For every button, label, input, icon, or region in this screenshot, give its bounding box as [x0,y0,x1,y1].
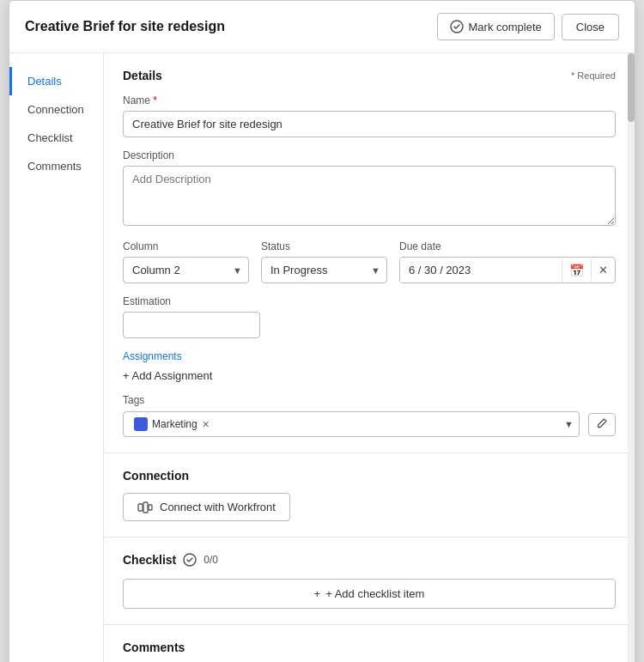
tag-label-marketing: Marketing [152,418,197,430]
checklist-section: Checklist 0/0 + + Add checklist item [104,537,635,625]
name-input[interactable] [123,111,616,137]
comments-title: Comments [123,641,616,654]
form-row-main: Column Column 1 Column 2 Column 3 ▼ Stat… [123,240,616,283]
column-select-wrapper: Column 1 Column 2 Column 3 ▼ [123,257,249,283]
assignments-group: Assignments + Add Assignment [123,350,616,382]
tag-color-marketing [134,417,148,431]
sidebar-item-connection[interactable]: Connection [9,95,103,124]
details-header: Details * Required [123,69,616,82]
required-note: * Required [571,70,616,81]
scrollbar-track[interactable] [628,53,635,662]
pencil-icon [596,417,608,429]
column-select[interactable]: Column 1 Column 2 Column 3 [123,257,249,283]
calendar-icon[interactable]: 📅 [562,259,591,282]
due-date-label: Due date [399,240,616,252]
modal-title: Creative Brief for site redesign [25,19,225,34]
assignments-label: Assignments [123,350,616,362]
name-group: Name * [123,94,616,137]
status-select[interactable]: To Do In Progress Done [261,257,387,283]
svg-rect-3 [149,505,152,510]
due-date-input[interactable] [400,258,562,282]
close-button[interactable]: Close [562,14,619,40]
description-textarea[interactable] [123,166,616,226]
column-label: Column [123,240,249,252]
checkmark-circle-icon [450,20,464,33]
column-group: Column Column 1 Column 2 Column 3 ▼ [123,240,249,283]
modal-container: Creative Brief for site redesign Mark co… [9,0,635,662]
tag-item-marketing: Marketing ✕ [129,416,215,433]
estimation-group: Estimation [123,295,616,338]
tag-remove-marketing[interactable]: ✕ [202,420,210,429]
scrollbar-thumb[interactable] [628,53,635,122]
sidebar-item-checklist[interactable]: Checklist [9,124,103,152]
status-label: Status [261,240,387,252]
checklist-check-icon [183,553,197,567]
modal-header: Creative Brief for site redesign Mark co… [9,1,635,53]
name-label: Name * [123,94,616,106]
plus-icon: + [314,587,321,600]
tags-label: Tags [123,394,616,406]
header-actions: Mark complete Close [437,13,620,40]
tags-section: Tags Marketing ✕ ▼ [123,394,616,437]
workfront-icon [137,501,153,513]
content-area: Details * Required Name * Description [104,53,635,662]
comments-section: Comments New comment [104,625,635,662]
estimation-label: Estimation [123,295,616,307]
connect-workfront-button[interactable]: Connect with Workfront [123,493,290,521]
tags-edit-button[interactable] [588,413,616,436]
svg-rect-2 [143,502,148,513]
description-label: Description [123,149,616,161]
description-group: Description [123,149,616,228]
sidebar-item-details[interactable]: Details [9,67,103,95]
due-date-wrapper: 📅 ✕ [399,257,616,283]
details-section: Details * Required Name * Description [104,53,635,453]
svg-rect-1 [138,504,143,511]
tags-input-wrapper[interactable]: Marketing ✕ ▼ [123,411,580,437]
add-assignment-button[interactable]: + Add Assignment [123,369,212,382]
add-checklist-button[interactable]: + + Add checklist item [123,579,616,609]
sidebar-item-comments[interactable]: Comments [9,152,103,180]
mark-complete-button[interactable]: Mark complete [437,13,555,40]
checklist-count: 0/0 [204,554,218,566]
tags-chevron-icon[interactable]: ▼ [564,419,574,429]
details-title: Details [123,69,162,82]
sidebar: Details Connection Checklist Comments [9,53,104,662]
due-date-group: Due date 📅 ✕ [399,240,616,283]
connection-title: Connection [123,469,616,483]
checklist-title: Checklist [123,553,176,567]
status-group: Status To Do In Progress Done ▼ [261,240,387,283]
connection-section: Connection Connect with Workfront [104,453,635,537]
clear-date-button[interactable]: ✕ [591,259,615,281]
estimation-input[interactable] [123,312,260,338]
modal-body: Details Connection Checklist Comments De… [9,53,635,662]
status-select-wrapper: To Do In Progress Done ▼ [261,257,387,283]
checklist-header: Checklist 0/0 [123,553,616,567]
